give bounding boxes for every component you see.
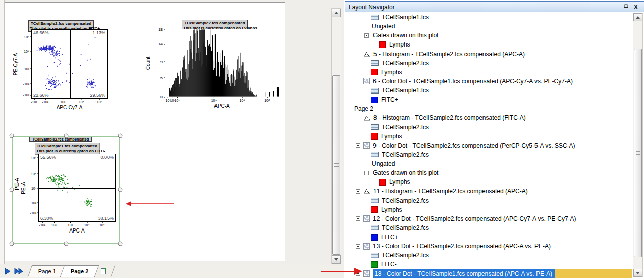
y-tick-label: 10³ bbox=[31, 186, 36, 190]
tree-row-label: TCellSample2.fcs bbox=[382, 124, 429, 131]
tree-row-label: 9 - Color Dot - TCellSample2.fcs compens… bbox=[373, 142, 575, 149]
x-tick-label: 10⁴ bbox=[79, 100, 84, 104]
tree-row[interactable]: Ungated bbox=[345, 159, 644, 168]
resize-handle-n[interactable] bbox=[64, 134, 69, 138]
tree-row[interactable]: FITC- bbox=[345, 260, 644, 269]
tree-row[interactable]: Lymphs bbox=[345, 177, 644, 187]
plot-title: TCellSample1.fcs compensated This plot i… bbox=[35, 143, 99, 154]
tree-row-label: Gates drawn on this plot bbox=[373, 169, 438, 176]
collapse-icon[interactable] bbox=[356, 116, 360, 120]
resize-handle-sw[interactable] bbox=[10, 242, 14, 246]
dot-plot-pea-apca-selected[interactable]: 55.56% 0.00% 6.30% 38.15% PE-A PE-A APC-… bbox=[38, 154, 116, 222]
new-page-icon bbox=[100, 267, 108, 275]
collapse-icon[interactable] bbox=[356, 189, 360, 194]
collapse-icon[interactable] bbox=[356, 52, 360, 56]
tree-row[interactable]: 11 - Histogram - TCellSample2.fcs compen… bbox=[345, 187, 644, 196]
tree-row[interactable]: TCellSample2.fcs bbox=[345, 150, 644, 159]
next-page-button[interactable] bbox=[4, 268, 11, 275]
tree-row[interactable]: Gates drawn on this plot bbox=[345, 168, 644, 177]
tree-row-label: TCellSample2.fcs bbox=[382, 197, 429, 204]
layout-page-canvas[interactable]: TCellSample2.fcs compensated This plot i… bbox=[5, 2, 285, 261]
plot-title-line1: TCellSample1.fcs compensated bbox=[36, 144, 98, 149]
tree-row[interactable]: 9 - Color Dot - TCellSample2.fcs compens… bbox=[345, 141, 644, 150]
tree-row[interactable]: Page 2 bbox=[345, 104, 644, 113]
scrollbar-thumb[interactable] bbox=[634, 49, 642, 257]
plot-title-line1: TCellSample2.fcs compensated bbox=[183, 21, 246, 26]
collapse-icon[interactable] bbox=[356, 79, 360, 83]
tree-row[interactable]: 8 - Histogram - TCellSample2.fcs compens… bbox=[345, 113, 644, 122]
resize-handle-w[interactable] bbox=[10, 188, 14, 192]
sample-tube-icon bbox=[371, 225, 379, 230]
pin-panel-button[interactable] bbox=[622, 3, 630, 11]
tree-row[interactable]: 6 - Color Dot - TCellSample1.fcs compens… bbox=[345, 77, 644, 86]
tree-row[interactable]: Lymphs bbox=[345, 205, 644, 214]
tab-label: Page 2 bbox=[71, 268, 88, 274]
collapse-icon[interactable] bbox=[356, 143, 360, 148]
tree-row[interactable]: TCellSample2.fcs bbox=[345, 223, 644, 233]
tree-row[interactable]: 18 - Color Dot - TCellSample1.fcs compen… bbox=[345, 269, 644, 278]
scroll-down-button[interactable] bbox=[633, 269, 642, 277]
tree-row[interactable]: Gates drawn on this plot bbox=[345, 31, 644, 40]
y-tick-label: -10³ bbox=[23, 93, 29, 97]
plot-title-line2: This plot is currently gated on FITC-. bbox=[36, 149, 98, 154]
x-tick-label: 10⁵ bbox=[97, 100, 102, 104]
tree-row[interactable]: TCellSample2.fcs bbox=[345, 251, 644, 260]
scroll-up-button[interactable] bbox=[332, 9, 341, 17]
collapse-icon[interactable] bbox=[364, 171, 369, 175]
tab-page-2[interactable]: Page 2 bbox=[60, 265, 99, 277]
resize-handle-nw[interactable] bbox=[10, 134, 14, 138]
collapse-icon[interactable] bbox=[356, 244, 360, 249]
quadrant-pct-br: 38.15% bbox=[98, 216, 114, 221]
thumb-grip-icon bbox=[334, 163, 339, 167]
quadrant-pct-bl: 6.30% bbox=[40, 216, 53, 221]
quadrant-pct-tl: 46.66% bbox=[33, 30, 49, 35]
dot-plot-pecy7-apccy7[interactable]: 46.66% 1.13% 22.66% 29.56% PE-Cy7-A APC-… bbox=[31, 29, 108, 99]
tree-row[interactable]: Lymphs bbox=[345, 40, 644, 49]
navigator-scrollbar[interactable] bbox=[633, 13, 643, 277]
last-page-button[interactable] bbox=[14, 268, 24, 275]
selection-highlight-band bbox=[555, 269, 632, 278]
dot-plot-icon bbox=[363, 243, 370, 250]
quadrant-gate-vline[interactable] bbox=[70, 30, 71, 98]
quadrant-gate-hline[interactable] bbox=[32, 66, 107, 66]
tree-row[interactable]: TCellSample1.fcs bbox=[345, 86, 644, 95]
histogram-bars bbox=[165, 29, 279, 97]
tree-row[interactable]: TCellSample2.fcs bbox=[345, 196, 644, 205]
scroll-down-button[interactable] bbox=[332, 255, 341, 264]
resize-handle-ne[interactable] bbox=[118, 134, 123, 138]
resize-handle-e[interactable] bbox=[118, 188, 123, 192]
tree-row[interactable]: TCellSample2.fcs bbox=[345, 59, 644, 68]
tree-row[interactable]: Lymphs bbox=[345, 132, 644, 141]
x-tick-label: 10² bbox=[175, 99, 180, 102]
resize-handle-se[interactable] bbox=[118, 242, 123, 246]
tree-row[interactable]: 5 - Histogram - TCellSample2.fcs compens… bbox=[345, 50, 644, 59]
sample-tube-icon bbox=[371, 88, 379, 94]
tree-row-label: TCellSample2.fcs bbox=[382, 151, 429, 158]
collapse-icon[interactable] bbox=[364, 33, 369, 38]
tree-row-label: TCellSample1.fcs bbox=[382, 14, 429, 21]
tree-row[interactable]: 13 - Color Dot - TCellSample2.fcs compen… bbox=[345, 242, 644, 251]
tree-row[interactable]: TCellSample1.fcs bbox=[345, 13, 644, 22]
tree-row[interactable]: 12 - Color Dot - TCellSample2.fcs compen… bbox=[345, 214, 644, 223]
x-tick-label: 10³ bbox=[211, 99, 217, 102]
sample-tube-icon bbox=[371, 198, 379, 203]
quadrant-gate-hline[interactable] bbox=[39, 188, 115, 189]
scroll-up-button[interactable] bbox=[633, 13, 642, 21]
scrollbar-thumb[interactable] bbox=[332, 75, 340, 255]
arrow-down-icon bbox=[334, 258, 338, 261]
collapse-icon[interactable] bbox=[356, 216, 360, 221]
tree-row[interactable]: FITC+ bbox=[345, 95, 644, 104]
tree-row[interactable]: TCellSample2.fcs bbox=[345, 123, 644, 132]
gate-color-swatch bbox=[371, 206, 378, 213]
histogram-plot-apca[interactable]: Count APC-A -10²10¹10²10³10⁴10⁵1814950 bbox=[165, 29, 279, 97]
layout-navigator-panel: Layout Navigator X TCellSample1.fcsUngat… bbox=[344, 0, 644, 278]
expand-icon[interactable] bbox=[356, 271, 360, 276]
canvas-scrollbar[interactable] bbox=[331, 8, 341, 264]
collapse-icon[interactable] bbox=[346, 107, 350, 111]
tree-row[interactable]: Lymphs bbox=[345, 68, 644, 77]
tree-row[interactable]: FITC+ bbox=[345, 233, 644, 242]
resize-handle-s[interactable] bbox=[64, 242, 69, 246]
tree-row[interactable]: Ungated bbox=[345, 22, 644, 31]
close-panel-button[interactable]: X bbox=[632, 3, 640, 11]
quadrant-pct-bl: 22.66% bbox=[33, 92, 49, 98]
